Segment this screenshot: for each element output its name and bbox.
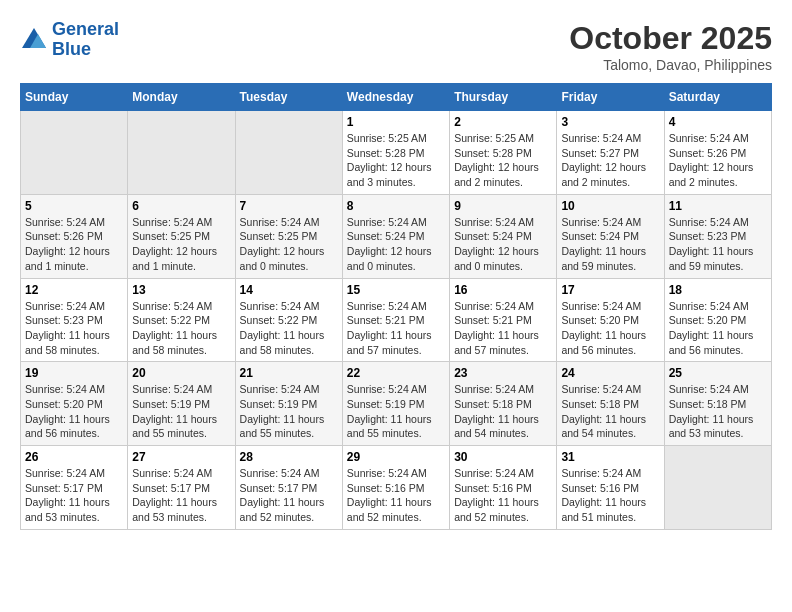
calendar-cell: 25Sunrise: 5:24 AM Sunset: 5:18 PM Dayli…	[664, 362, 771, 446]
weekday-header-friday: Friday	[557, 84, 664, 111]
day-number: 19	[25, 366, 123, 380]
month-title: October 2025	[569, 20, 772, 57]
day-number: 9	[454, 199, 552, 213]
weekday-header-row: SundayMondayTuesdayWednesdayThursdayFrid…	[21, 84, 772, 111]
day-info: Sunrise: 5:24 AM Sunset: 5:20 PM Dayligh…	[561, 299, 659, 358]
day-number: 26	[25, 450, 123, 464]
calendar-cell: 5Sunrise: 5:24 AM Sunset: 5:26 PM Daylig…	[21, 194, 128, 278]
calendar-cell: 31Sunrise: 5:24 AM Sunset: 5:16 PM Dayli…	[557, 446, 664, 530]
weekday-header-monday: Monday	[128, 84, 235, 111]
calendar-cell: 13Sunrise: 5:24 AM Sunset: 5:22 PM Dayli…	[128, 278, 235, 362]
day-info: Sunrise: 5:24 AM Sunset: 5:16 PM Dayligh…	[347, 466, 445, 525]
day-info: Sunrise: 5:24 AM Sunset: 5:19 PM Dayligh…	[240, 382, 338, 441]
day-info: Sunrise: 5:25 AM Sunset: 5:28 PM Dayligh…	[347, 131, 445, 190]
logo-general: General	[52, 19, 119, 39]
day-info: Sunrise: 5:24 AM Sunset: 5:18 PM Dayligh…	[454, 382, 552, 441]
calendar-cell: 26Sunrise: 5:24 AM Sunset: 5:17 PM Dayli…	[21, 446, 128, 530]
day-number: 27	[132, 450, 230, 464]
calendar-week-4: 19Sunrise: 5:24 AM Sunset: 5:20 PM Dayli…	[21, 362, 772, 446]
day-number: 6	[132, 199, 230, 213]
day-info: Sunrise: 5:24 AM Sunset: 5:27 PM Dayligh…	[561, 131, 659, 190]
day-info: Sunrise: 5:24 AM Sunset: 5:18 PM Dayligh…	[669, 382, 767, 441]
calendar-cell	[21, 111, 128, 195]
day-info: Sunrise: 5:24 AM Sunset: 5:18 PM Dayligh…	[561, 382, 659, 441]
day-number: 25	[669, 366, 767, 380]
calendar-cell	[235, 111, 342, 195]
day-number: 17	[561, 283, 659, 297]
day-info: Sunrise: 5:24 AM Sunset: 5:21 PM Dayligh…	[454, 299, 552, 358]
day-number: 20	[132, 366, 230, 380]
day-number: 30	[454, 450, 552, 464]
calendar-cell: 2Sunrise: 5:25 AM Sunset: 5:28 PM Daylig…	[450, 111, 557, 195]
day-number: 12	[25, 283, 123, 297]
calendar-cell: 3Sunrise: 5:24 AM Sunset: 5:27 PM Daylig…	[557, 111, 664, 195]
calendar-cell: 23Sunrise: 5:24 AM Sunset: 5:18 PM Dayli…	[450, 362, 557, 446]
day-number: 7	[240, 199, 338, 213]
calendar-cell: 18Sunrise: 5:24 AM Sunset: 5:20 PM Dayli…	[664, 278, 771, 362]
calendar-cell: 27Sunrise: 5:24 AM Sunset: 5:17 PM Dayli…	[128, 446, 235, 530]
calendar-cell: 24Sunrise: 5:24 AM Sunset: 5:18 PM Dayli…	[557, 362, 664, 446]
day-number: 10	[561, 199, 659, 213]
calendar-cell: 4Sunrise: 5:24 AM Sunset: 5:26 PM Daylig…	[664, 111, 771, 195]
day-number: 14	[240, 283, 338, 297]
day-number: 22	[347, 366, 445, 380]
day-number: 11	[669, 199, 767, 213]
day-info: Sunrise: 5:24 AM Sunset: 5:17 PM Dayligh…	[132, 466, 230, 525]
day-info: Sunrise: 5:24 AM Sunset: 5:16 PM Dayligh…	[454, 466, 552, 525]
day-number: 4	[669, 115, 767, 129]
day-info: Sunrise: 5:24 AM Sunset: 5:22 PM Dayligh…	[132, 299, 230, 358]
calendar-cell: 14Sunrise: 5:24 AM Sunset: 5:22 PM Dayli…	[235, 278, 342, 362]
logo-text: General Blue	[52, 20, 119, 60]
day-info: Sunrise: 5:24 AM Sunset: 5:25 PM Dayligh…	[132, 215, 230, 274]
day-number: 23	[454, 366, 552, 380]
day-number: 5	[25, 199, 123, 213]
calendar-week-3: 12Sunrise: 5:24 AM Sunset: 5:23 PM Dayli…	[21, 278, 772, 362]
day-number: 18	[669, 283, 767, 297]
calendar-cell: 9Sunrise: 5:24 AM Sunset: 5:24 PM Daylig…	[450, 194, 557, 278]
weekday-header-wednesday: Wednesday	[342, 84, 449, 111]
calendar-cell: 7Sunrise: 5:24 AM Sunset: 5:25 PM Daylig…	[235, 194, 342, 278]
day-info: Sunrise: 5:24 AM Sunset: 5:17 PM Dayligh…	[240, 466, 338, 525]
calendar-cell: 29Sunrise: 5:24 AM Sunset: 5:16 PM Dayli…	[342, 446, 449, 530]
day-number: 24	[561, 366, 659, 380]
day-info: Sunrise: 5:24 AM Sunset: 5:21 PM Dayligh…	[347, 299, 445, 358]
logo-blue: Blue	[52, 39, 91, 59]
day-info: Sunrise: 5:24 AM Sunset: 5:24 PM Dayligh…	[561, 215, 659, 274]
day-info: Sunrise: 5:24 AM Sunset: 5:22 PM Dayligh…	[240, 299, 338, 358]
day-number: 21	[240, 366, 338, 380]
day-info: Sunrise: 5:24 AM Sunset: 5:24 PM Dayligh…	[454, 215, 552, 274]
calendar-cell: 30Sunrise: 5:24 AM Sunset: 5:16 PM Dayli…	[450, 446, 557, 530]
calendar-cell: 12Sunrise: 5:24 AM Sunset: 5:23 PM Dayli…	[21, 278, 128, 362]
weekday-header-saturday: Saturday	[664, 84, 771, 111]
calendar-cell: 1Sunrise: 5:25 AM Sunset: 5:28 PM Daylig…	[342, 111, 449, 195]
day-info: Sunrise: 5:24 AM Sunset: 5:20 PM Dayligh…	[25, 382, 123, 441]
weekday-header-tuesday: Tuesday	[235, 84, 342, 111]
title-block: October 2025 Talomo, Davao, Philippines	[569, 20, 772, 73]
day-info: Sunrise: 5:24 AM Sunset: 5:23 PM Dayligh…	[669, 215, 767, 274]
calendar-cell	[128, 111, 235, 195]
day-number: 2	[454, 115, 552, 129]
day-number: 3	[561, 115, 659, 129]
weekday-header-sunday: Sunday	[21, 84, 128, 111]
calendar-week-2: 5Sunrise: 5:24 AM Sunset: 5:26 PM Daylig…	[21, 194, 772, 278]
calendar-cell: 15Sunrise: 5:24 AM Sunset: 5:21 PM Dayli…	[342, 278, 449, 362]
calendar-cell: 22Sunrise: 5:24 AM Sunset: 5:19 PM Dayli…	[342, 362, 449, 446]
day-number: 15	[347, 283, 445, 297]
calendar-table: SundayMondayTuesdayWednesdayThursdayFrid…	[20, 83, 772, 530]
calendar-cell: 6Sunrise: 5:24 AM Sunset: 5:25 PM Daylig…	[128, 194, 235, 278]
day-number: 8	[347, 199, 445, 213]
location-title: Talomo, Davao, Philippines	[569, 57, 772, 73]
calendar-cell	[664, 446, 771, 530]
day-info: Sunrise: 5:24 AM Sunset: 5:19 PM Dayligh…	[347, 382, 445, 441]
weekday-header-thursday: Thursday	[450, 84, 557, 111]
calendar-week-1: 1Sunrise: 5:25 AM Sunset: 5:28 PM Daylig…	[21, 111, 772, 195]
calendar-cell: 21Sunrise: 5:24 AM Sunset: 5:19 PM Dayli…	[235, 362, 342, 446]
day-number: 31	[561, 450, 659, 464]
calendar-cell: 16Sunrise: 5:24 AM Sunset: 5:21 PM Dayli…	[450, 278, 557, 362]
calendar-cell: 10Sunrise: 5:24 AM Sunset: 5:24 PM Dayli…	[557, 194, 664, 278]
day-number: 16	[454, 283, 552, 297]
calendar-cell: 20Sunrise: 5:24 AM Sunset: 5:19 PM Dayli…	[128, 362, 235, 446]
day-info: Sunrise: 5:24 AM Sunset: 5:19 PM Dayligh…	[132, 382, 230, 441]
day-info: Sunrise: 5:24 AM Sunset: 5:17 PM Dayligh…	[25, 466, 123, 525]
logo: General Blue	[20, 20, 119, 60]
